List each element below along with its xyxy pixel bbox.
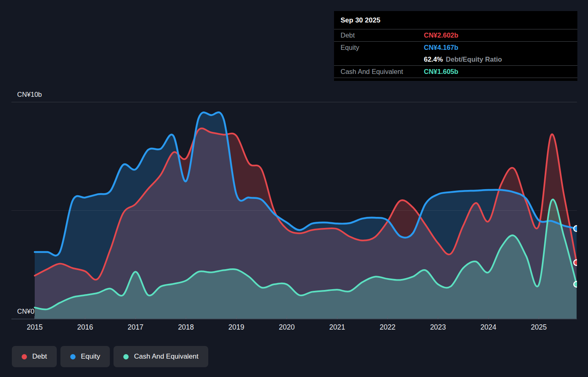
legend-debt-label: Debt xyxy=(32,352,47,361)
tooltip-row-cash: Cash And Equivalent CN¥1.605b xyxy=(334,66,577,78)
tooltip-debt-label: Debt xyxy=(341,31,424,39)
x-tick-label-2017: 2017 xyxy=(127,323,143,331)
equity-dot-icon xyxy=(70,354,76,359)
cash-dot-icon xyxy=(123,354,129,359)
tooltip-cash-value: CN¥1.605b xyxy=(424,68,458,76)
tooltip-row-equity: Equity CN¥4.167b xyxy=(334,42,577,54)
plot-layers xyxy=(35,112,579,319)
legend-button-cash[interactable]: Cash And Equivalent xyxy=(114,346,208,367)
legend-button-equity[interactable]: Equity xyxy=(60,346,110,367)
balance-sheet-history-chart: 2015201620172018201920202021202220232024… xyxy=(0,0,588,377)
x-tick-label-2022: 2022 xyxy=(380,323,396,331)
equity-end-marker xyxy=(574,226,579,232)
tooltip-equity-value: CN¥4.167b xyxy=(424,44,458,51)
tooltip-row-ratio: 62.4% Debt/Equity Ratio xyxy=(334,54,577,65)
tooltip-ratio-label: Debt/Equity Ratio xyxy=(446,56,502,63)
tooltip-date: Sep 30 2025 xyxy=(334,11,577,29)
legend-equity-label: Equity xyxy=(81,352,100,361)
chart-legend: Debt Equity Cash And Equivalent xyxy=(12,346,208,367)
x-tick-label-2020: 2020 xyxy=(279,323,295,331)
x-tick-label-2019: 2019 xyxy=(228,323,244,331)
x-tick-label-2016: 2016 xyxy=(77,323,93,331)
tooltip-ratio-value: 62.4% xyxy=(424,56,443,63)
legend-button-debt[interactable]: Debt xyxy=(12,346,57,367)
debt-dot-icon xyxy=(22,354,27,359)
tooltip-equity-label: Equity xyxy=(341,44,424,51)
cash-and-equivalent-end-marker xyxy=(574,281,579,287)
tooltip-cash-label: Cash And Equivalent xyxy=(341,68,424,76)
legend-cash-label: Cash And Equivalent xyxy=(134,352,198,361)
debt-end-marker xyxy=(574,260,579,265)
tooltip-bottom-pad xyxy=(334,78,577,81)
tooltip-row-debt: Debt CN¥2.602b xyxy=(334,29,577,41)
chart-tooltip: Sep 30 2025 Debt CN¥2.602b Equity CN¥4.1… xyxy=(334,11,577,81)
x-tick-label-2023: 2023 xyxy=(430,323,446,331)
tooltip-debt-value: CN¥2.602b xyxy=(424,31,458,39)
y-axis-label-10b: CN¥10b xyxy=(17,91,42,98)
x-tick-label-2018: 2018 xyxy=(178,323,194,331)
x-tick-label-2015: 2015 xyxy=(27,323,43,331)
y-axis-label-0b: CN¥0 xyxy=(17,308,34,315)
x-tick-label-2024: 2024 xyxy=(481,323,497,331)
x-tick-label-2021: 2021 xyxy=(329,323,345,331)
x-tick-label-2025: 2025 xyxy=(531,323,547,331)
